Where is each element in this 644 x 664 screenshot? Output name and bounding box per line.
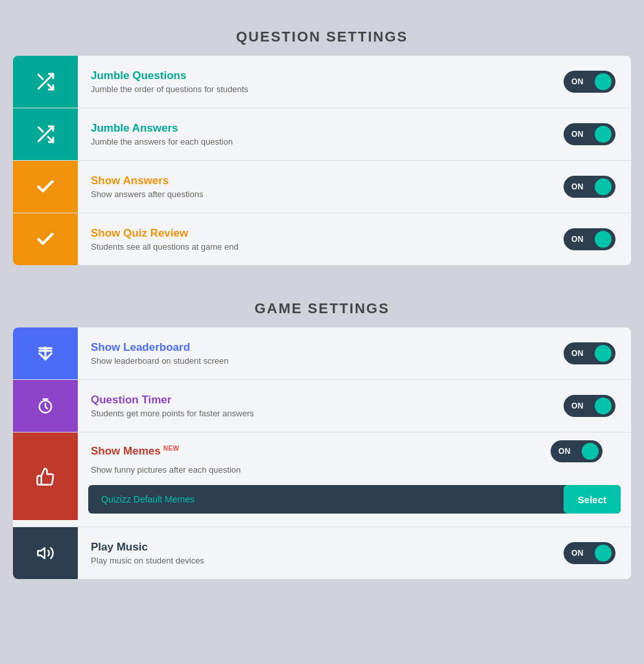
play-music-toggle-knob <box>595 545 612 562</box>
question-timer-content: Question Timer Students get more points … <box>78 386 548 426</box>
meme-select-button[interactable]: Select <box>564 485 621 514</box>
jumble-answers-toggle-label: ON <box>571 130 584 139</box>
show-memes-content-wrapper: Show MemesNEW ON Show funny pictures aft… <box>78 433 631 520</box>
jumble-questions-desc: Jumble the order of questions for studen… <box>91 84 535 94</box>
question-timer-title: Question Timer <box>91 394 535 407</box>
show-answers-toggle-area: ON <box>548 176 631 198</box>
jumble-questions-toggle-label: ON <box>571 77 584 86</box>
show-memes-desc: Show funny pictures after each question <box>78 465 631 480</box>
jumble-answers-toggle[interactable]: ON <box>564 123 615 145</box>
svg-line-2 <box>38 75 43 79</box>
svg-marker-11 <box>38 548 45 558</box>
game-settings-title: GAME SETTINGS <box>13 285 631 327</box>
meme-select-label: Quizizz Default Memes <box>101 494 195 504</box>
jumble-questions-toggle[interactable]: ON <box>564 71 615 93</box>
game-settings-block: Show Leaderboard Show leaderboard on stu… <box>13 327 631 579</box>
jumble-answers-row: Jumble Answers Jumble the answers for ea… <box>13 108 631 161</box>
show-answers-toggle[interactable]: ON <box>564 176 615 198</box>
question-timer-toggle[interactable]: ON <box>564 395 615 417</box>
show-memes-icon <box>13 433 78 520</box>
jumble-questions-toggle-knob <box>595 73 612 90</box>
jumble-answers-desc: Jumble the answers for each question <box>91 137 535 147</box>
show-quiz-review-toggle-area: ON <box>548 228 631 250</box>
show-answers-toggle-label: ON <box>571 182 584 191</box>
show-answers-icon <box>13 161 78 213</box>
show-answers-row: Show Answers Show answers after question… <box>13 161 631 213</box>
jumble-answers-toggle-area: ON <box>548 123 631 145</box>
question-timer-toggle-knob <box>595 397 612 414</box>
show-memes-title: Show Memes <box>91 445 161 457</box>
jumble-answers-title: Jumble Answers <box>91 122 535 135</box>
show-memes-title-area: Show MemesNEW <box>91 445 180 458</box>
show-quiz-review-toggle-knob <box>595 231 612 248</box>
jumble-answers-content: Jumble Answers Jumble the answers for ea… <box>78 114 548 154</box>
jumble-questions-content: Jumble Questions Jumble the order of que… <box>78 62 548 102</box>
question-timer-toggle-area: ON <box>548 395 631 417</box>
question-settings-block: Jumble Questions Jumble the order of que… <box>13 56 631 265</box>
show-quiz-review-icon <box>13 213 78 265</box>
play-music-title: Play Music <box>91 541 535 554</box>
svg-line-5 <box>38 127 43 132</box>
show-quiz-review-content: Show Quiz Review Students see all questi… <box>78 219 548 259</box>
show-quiz-review-toggle[interactable]: ON <box>564 228 615 250</box>
show-leaderboard-toggle-label: ON <box>571 349 584 358</box>
show-answers-desc: Show answers after questions <box>91 189 535 199</box>
show-answers-toggle-knob <box>595 178 612 195</box>
question-timer-desc: Students get more points for faster answ… <box>91 409 535 418</box>
show-leaderboard-toggle[interactable]: ON <box>564 342 615 364</box>
jumble-questions-title: Jumble Questions <box>91 69 535 82</box>
jumble-answers-icon <box>13 108 78 160</box>
show-answers-content: Show Answers Show answers after question… <box>78 167 548 207</box>
show-memes-toggle-label: ON <box>558 447 571 456</box>
show-leaderboard-row: Show Leaderboard Show leaderboard on stu… <box>13 327 631 380</box>
show-quiz-review-title: Show Quiz Review <box>91 227 535 240</box>
show-answers-title: Show Answers <box>91 174 535 187</box>
play-music-toggle-label: ON <box>571 549 584 558</box>
play-music-toggle-area: ON <box>548 542 631 564</box>
show-memes-toggle[interactable]: ON <box>551 440 602 462</box>
show-memes-new-badge: NEW <box>163 445 180 452</box>
play-music-icon <box>13 527 78 579</box>
show-leaderboard-toggle-knob <box>595 345 612 362</box>
question-settings-title: QUESTION SETTINGS <box>13 13 631 56</box>
show-memes-toggle-knob <box>582 443 599 460</box>
show-leaderboard-desc: Show leaderboard on student screen <box>91 356 535 366</box>
question-timer-row: Question Timer Students get more points … <box>13 380 631 433</box>
show-quiz-review-row: Show Quiz Review Students see all questi… <box>13 213 631 265</box>
jumble-questions-icon <box>13 56 78 108</box>
show-memes-top: Show MemesNEW ON <box>78 433 631 465</box>
jumble-questions-toggle-area: ON <box>548 71 631 93</box>
show-memes-toggle-area: ON <box>535 440 618 462</box>
show-quiz-review-desc: Students see all questions at game end <box>91 242 535 252</box>
play-music-desc: Play music on student devices <box>91 556 535 565</box>
show-leaderboard-icon <box>13 327 78 379</box>
question-timer-icon <box>13 380 78 432</box>
question-timer-toggle-label: ON <box>571 401 584 410</box>
show-memes-row: Show MemesNEW ON Show funny pictures aft… <box>13 433 631 527</box>
meme-select-row: Quizizz Default Memes Select <box>88 485 621 514</box>
show-quiz-review-toggle-label: ON <box>571 235 584 244</box>
show-leaderboard-title: Show Leaderboard <box>91 341 535 354</box>
play-music-toggle[interactable]: ON <box>564 542 615 564</box>
play-music-content: Play Music Play music on student devices <box>78 533 548 573</box>
show-leaderboard-toggle-area: ON <box>548 342 631 364</box>
play-music-row: Play Music Play music on student devices… <box>13 527 631 579</box>
main-container: QUESTION SETTINGS Jumble Questions Jumbl… <box>13 13 631 599</box>
jumble-questions-row: Jumble Questions Jumble the order of que… <box>13 56 631 108</box>
show-leaderboard-content: Show Leaderboard Show leaderboard on stu… <box>78 333 548 374</box>
jumble-answers-toggle-knob <box>595 126 612 143</box>
